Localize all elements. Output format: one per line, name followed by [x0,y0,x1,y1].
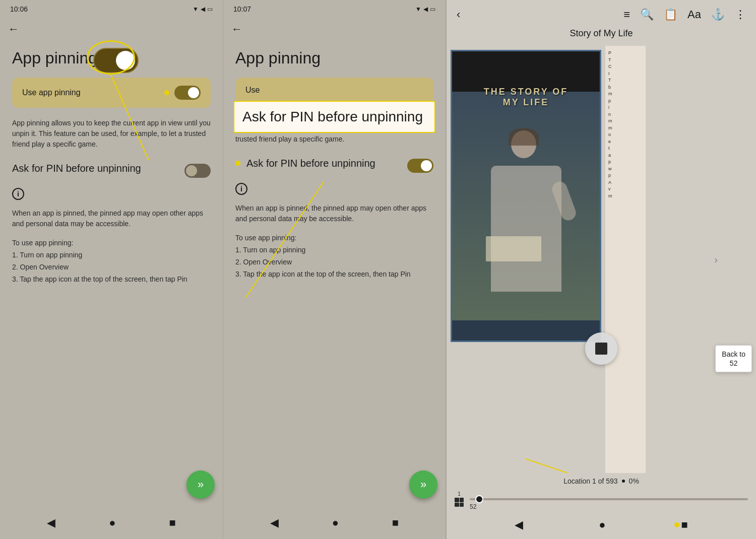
use-pinning-1: To use app pinning: 1. Turn on app pinni… [12,237,211,285]
pin-section-title-1: Ask for PIN before unpinning [12,162,176,175]
pin-section-label-area: Ask for PIN before unpinning [235,157,399,170]
back-button-1[interactable]: ← [8,23,19,36]
content-2: App pinning Use App pinning allows you t… [223,40,446,507]
bookmark-icon[interactable]: ⚓ [711,8,725,21]
toggle-container-1 [164,86,201,100]
step-3-2: 3. Tap the app icon at the top of the sc… [235,270,411,278]
signal-icon-2: ◀ [423,6,428,13]
signal-icon: ◀ [201,6,205,13]
use-pinning-title-2: To use app pinning: [235,234,296,242]
font-icon[interactable]: Aa [687,8,701,21]
floating-btn-1[interactable]: » [186,470,215,499]
reader-content: THE STORY OF MY LIFE HELEN KELLER PTCITb… [447,46,756,473]
figure-body [491,166,561,292]
bottom-back-2[interactable]: ◀ [270,516,279,529]
back-to-popup[interactable]: Back to 52 [715,345,752,372]
pin-toggle-1[interactable] [184,164,211,178]
toc-icon[interactable]: ≡ [623,8,630,21]
reader-bottom-home[interactable]: ● [599,518,605,531]
bottom-square-2[interactable]: ■ [392,516,399,529]
time-1: 10:06 [10,5,28,13]
reader-bottom-square-container: ■ [681,518,688,531]
pin-section-title-2: Ask for PIN before unpinning [246,157,399,170]
use-app-pinning-row[interactable]: Use app pinning [12,78,211,108]
use-app-pinning-label-2: Use [245,86,260,95]
bottom-home-1[interactable]: ● [109,516,115,529]
book-cover-area: THE STORY OF MY LIFE HELEN KELLER [447,46,605,473]
location-percent: 0% [629,477,639,485]
description-1: App pinning allows you to keep the curre… [12,118,211,150]
pinned-description-2: When an app is pinned, the pinned app ma… [235,203,433,224]
step-3-1: 3. Tap the app icon at the top of the sc… [12,275,187,283]
info-icon-2[interactable]: i [235,183,247,195]
step-1-2: 1. Turn on app pinning [235,246,305,254]
scroll-right-hint[interactable]: › [714,254,718,265]
pin-toggle-knob-1 [186,165,197,176]
figure-hair [509,128,539,146]
toggle-switch-1[interactable] [174,86,201,100]
pin-toggle-2[interactable] [407,159,433,173]
yellow-dot-1 [164,90,169,95]
status-bar-1: 10:06 ▼ ◀ ▭ [0,0,223,18]
bottom-square-1[interactable]: ■ [169,516,176,529]
back-to-number: 52 [722,359,745,368]
reader-icons: ≡ 🔍 📋 Aa ⚓ ⋮ [623,8,746,21]
text-panel-right: PTCITbmpinmmoetapwpAvm [605,46,646,473]
back-button-2[interactable]: ← [231,23,242,36]
bottom-nav-1: ◀ ● ■ [0,507,223,539]
reader-bottom-square[interactable]: ■ [681,518,688,531]
pin-section-2: Ask for PIN before unpinning [235,157,433,173]
progress-number-top: 1 [458,491,461,497]
reader-bottom-nav: ◀ ● ■ [447,511,756,539]
notes-icon[interactable]: 📋 [664,8,677,21]
panel-1: 10:06 ▼ ◀ ▭ ← App pinning Use app pinnin… [0,0,223,539]
battery-icon: ▭ [207,6,213,13]
description-2: App pinning allows you to keep the curre… [235,113,433,145]
stop-icon [595,343,607,355]
bottom-nav-2: ◀ ● ■ [223,507,446,539]
step-2-1: 2. Open Overview [12,263,69,271]
use-pinning-title-1: To use app pinning: [12,239,73,247]
book-cover: THE STORY OF MY LIFE HELEN KELLER [451,50,601,342]
toggle-zoom-annotation [93,48,139,73]
info-icon-1[interactable]: i [12,188,24,200]
battery-icon-2: ▭ [430,6,435,13]
progress-area: 1 52 [447,489,756,511]
step-2-2: 2. Open Overview [235,258,292,266]
reader-back-icon[interactable]: ‹ [457,8,460,21]
time-2: 10:07 [233,5,251,13]
use-app-pinning-label: Use app pinning [22,88,81,97]
location-text: Location 1 of 593 [563,477,617,485]
bottom-back-1[interactable]: ◀ [47,516,55,529]
pin-toggle-knob-2 [421,160,432,171]
toggle-knob-1 [188,87,199,98]
big-toggle-knob [116,51,135,70]
panel-2: 10:07 ▼ ◀ ▭ ← App pinning Use App pinnin… [223,0,447,539]
step-1-1: 1. Turn on app pinning [12,251,82,259]
status-icons-2: ▼ ◀ ▭ [415,6,435,13]
slider-container: 52 [470,498,748,500]
location-dot [622,480,625,483]
progress-thumb[interactable] [475,495,483,503]
bottom-home-2[interactable]: ● [332,516,339,529]
grid-icon[interactable] [455,498,464,507]
progress-slider[interactable]: 52 [470,498,748,500]
wifi-icon: ▼ [193,6,199,13]
reader-bottom-back[interactable]: ◀ [515,518,523,531]
page-title-2: App pinning [235,48,433,68]
reader-toolbar: ‹ ≡ 🔍 📋 Aa ⚓ ⋮ [447,4,756,25]
stop-button[interactable] [585,332,617,365]
nav-bar-2: ← [223,18,446,40]
status-bar-2: 10:07 ▼ ◀ ▭ [223,0,446,18]
floating-btn-2[interactable]: » [409,470,437,499]
status-icons-1: ▼ ◀ ▭ [193,6,213,13]
use-app-pinning-row-2[interactable]: Use [235,78,433,103]
yellow-dot-3 [674,522,679,527]
floating-btn-icon-1: » [198,478,204,491]
search-icon[interactable]: 🔍 [640,8,654,21]
back-to-label: Back to [722,350,745,359]
book-title-line1: THE STORY OF [452,87,600,97]
floating-btn-icon-2: » [420,478,426,491]
more-icon[interactable]: ⋮ [735,8,746,21]
reader-header: ‹ ≡ 🔍 📋 Aa ⚓ ⋮ Story of My Life [447,0,756,46]
